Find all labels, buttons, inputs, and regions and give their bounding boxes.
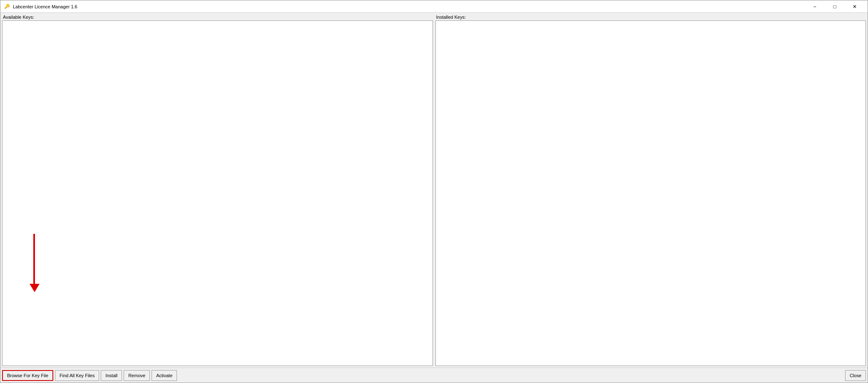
main-window: 🔑 Labcenter Licence Manager 1.6 − □ ✕ Av… <box>0 0 868 383</box>
available-keys-panel: Available Keys: <box>2 15 433 366</box>
content-wrapper: Available Keys: Installed Keys: <box>0 13 868 368</box>
minimize-button[interactable]: − <box>805 0 824 13</box>
window-title: Labcenter Licence Manager 1.6 <box>13 4 77 9</box>
installed-keys-label: Installed Keys: <box>435 15 866 20</box>
install-button[interactable]: Install <box>101 370 122 381</box>
installed-keys-list[interactable] <box>435 20 866 366</box>
maximize-button[interactable]: □ <box>825 0 844 13</box>
available-keys-label: Available Keys: <box>2 15 433 20</box>
browse-for-key-file-button[interactable]: Browse For Key File <box>2 370 53 381</box>
title-bar-left: 🔑 Labcenter Licence Manager 1.6 <box>4 3 77 10</box>
activate-button[interactable]: Activate <box>152 370 177 381</box>
app-icon: 🔑 <box>4 3 10 10</box>
installed-keys-panel: Installed Keys: <box>435 15 866 366</box>
available-keys-list[interactable] <box>2 20 433 366</box>
close-button[interactable]: Close <box>845 370 866 381</box>
remove-button[interactable]: Remove <box>124 370 150 381</box>
title-bar-controls: − □ ✕ <box>805 0 864 13</box>
close-window-button[interactable]: ✕ <box>845 0 864 13</box>
footer: Browse For Key File Find All Key Files I… <box>0 368 868 383</box>
panels-row: Available Keys: Installed Keys: <box>0 13 868 368</box>
title-bar: 🔑 Labcenter Licence Manager 1.6 − □ ✕ <box>0 0 868 13</box>
find-all-key-files-button[interactable]: Find All Key Files <box>55 370 99 381</box>
